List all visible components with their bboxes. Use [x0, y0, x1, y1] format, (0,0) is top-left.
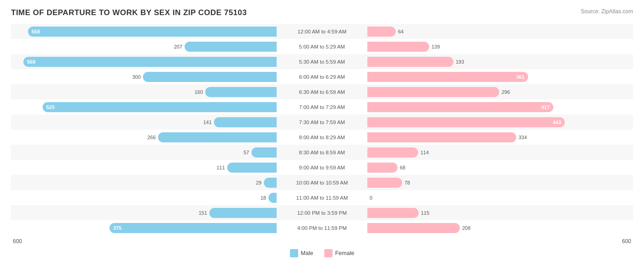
bar-male: [227, 163, 277, 173]
time-range-label: 5:30 AM to 5:59 AM: [278, 59, 366, 65]
right-bar-area: 139: [366, 42, 633, 52]
bar-female: [367, 163, 398, 173]
right-bar-area: 0: [366, 195, 633, 201]
male-value-outside: 207: [174, 44, 182, 49]
time-range-label: 8:00 AM to 8:29 AM: [278, 135, 366, 140]
male-value: 375: [113, 225, 121, 231]
time-range-label: 12:00 PM to 3:59 PM: [278, 210, 366, 216]
table-row: 2075:00 AM to 5:29 AM139: [11, 39, 633, 54]
bar-female: 361: [367, 72, 528, 82]
female-value-outside: 0: [370, 195, 372, 201]
legend-female-box: [324, 249, 333, 257]
time-range-label: 10:00 AM to 10:59 AM: [278, 180, 366, 185]
male-value: 568: [27, 59, 35, 65]
female-value-outside: 68: [400, 165, 405, 170]
bar-male: [185, 42, 277, 52]
female-value-outside: 296: [502, 89, 510, 95]
left-bar-area: 207: [11, 42, 278, 52]
right-bar-area: 208: [366, 223, 633, 233]
chart-source: Source: ZipAtlas.com: [581, 8, 633, 15]
male-value-outside: 266: [147, 135, 156, 140]
bar-male: [209, 208, 277, 218]
bar-male: [158, 132, 277, 142]
female-value-outside: 64: [398, 29, 404, 34]
bar-female: [367, 178, 402, 188]
male-value-outside: 29: [256, 180, 262, 185]
right-bar-area: 114: [366, 147, 633, 158]
male-value-outside: 300: [132, 74, 141, 80]
bar-male: 375: [109, 223, 277, 233]
female-value: 443: [553, 120, 561, 125]
bar-female: [367, 87, 499, 97]
left-bar-area: 141: [11, 117, 278, 127]
bar-male: [264, 178, 277, 188]
time-range-label: 12:00 AM to 4:59 AM: [278, 29, 366, 34]
female-value: 361: [516, 74, 524, 80]
female-value: 417: [541, 104, 550, 110]
axis-right: 600: [366, 238, 633, 245]
bar-female: [367, 57, 453, 67]
male-value-outside: 160: [195, 89, 203, 95]
legend-female: Female: [324, 249, 355, 257]
male-value-outside: 111: [217, 165, 225, 170]
axis-row: 600 600: [11, 238, 633, 245]
female-value-outside: 334: [518, 135, 527, 140]
time-range-label: 7:30 AM to 7:59 AM: [278, 120, 366, 125]
female-value-outside: 139: [431, 44, 440, 49]
male-value: 558: [32, 29, 40, 34]
bar-female: [367, 223, 460, 233]
table-row: 2910:00 AM to 10:59 AM78: [11, 175, 633, 190]
bar-male: [214, 117, 277, 127]
table-row: 1606:30 AM to 6:59 AM296: [11, 84, 633, 99]
table-row: 5257:00 AM to 7:29 AM417: [11, 99, 633, 114]
table-row: 2668:00 AM to 8:29 AM334: [11, 130, 633, 145]
male-value: 525: [46, 104, 55, 110]
left-bar-area: 160: [11, 87, 278, 97]
male-value-outside: 18: [261, 195, 266, 201]
time-range-label: 4:00 PM to 11:59 PM: [278, 225, 366, 231]
right-bar-area: 78: [366, 178, 633, 188]
right-bar-area: 417: [366, 102, 633, 112]
table-row: 3006:00 AM to 6:29 AM361: [11, 69, 633, 84]
time-range-label: 8:30 AM to 8:59 AM: [278, 150, 366, 155]
female-value-outside: 193: [456, 59, 464, 65]
bar-male: [251, 147, 277, 158]
chart-rows-wrapper: 55812:00 AM to 4:59 AM642075:00 AM to 5:…: [11, 24, 633, 235]
bar-female: 443: [367, 117, 565, 127]
right-bar-area: 361: [366, 72, 633, 82]
bar-female: [367, 27, 396, 37]
left-bar-area: 151: [11, 208, 278, 218]
bar-female: [367, 208, 419, 218]
bar-male: 558: [28, 27, 277, 37]
time-range-label: 9:00 AM to 9:59 AM: [278, 165, 366, 170]
female-value-outside: 78: [404, 180, 410, 185]
female-value-outside: 114: [420, 150, 429, 155]
chart-container: TIME OF DEPARTURE TO WORK BY SEX IN ZIP …: [0, 0, 644, 271]
left-bar-area: 568: [11, 57, 278, 67]
bar-male: 525: [43, 102, 277, 112]
table-row: 1811:00 AM to 11:59 AM0: [11, 190, 633, 205]
left-bar-area: 300: [11, 72, 278, 82]
table-row: 1119:00 AM to 9:59 AM68: [11, 160, 633, 175]
table-row: 55812:00 AM to 4:59 AM64: [11, 24, 633, 39]
chart-title: TIME OF DEPARTURE TO WORK BY SEX IN ZIP …: [11, 8, 247, 17]
bar-female: 417: [367, 102, 553, 112]
male-value-outside: 151: [199, 210, 207, 216]
table-row: 5685:30 AM to 5:59 AM193: [11, 54, 633, 69]
bar-male: [143, 72, 277, 82]
right-bar-area: 68: [366, 163, 633, 173]
chart-header: TIME OF DEPARTURE TO WORK BY SEX IN ZIP …: [11, 8, 633, 17]
right-bar-area: 64: [366, 27, 633, 37]
left-bar-area: 558: [11, 27, 278, 37]
bar-male: [268, 193, 277, 203]
left-bar-area: 266: [11, 132, 278, 142]
bar-female: [367, 147, 418, 158]
time-range-label: 11:00 AM to 11:59 AM: [278, 195, 366, 201]
left-bar-area: 111: [11, 163, 278, 173]
right-bar-area: 193: [366, 57, 633, 67]
right-bar-area: 115: [366, 208, 633, 218]
female-value-outside: 208: [462, 225, 470, 231]
right-bar-area: 334: [366, 132, 633, 142]
bar-female: [367, 42, 429, 52]
right-bar-area: 296: [366, 87, 633, 97]
